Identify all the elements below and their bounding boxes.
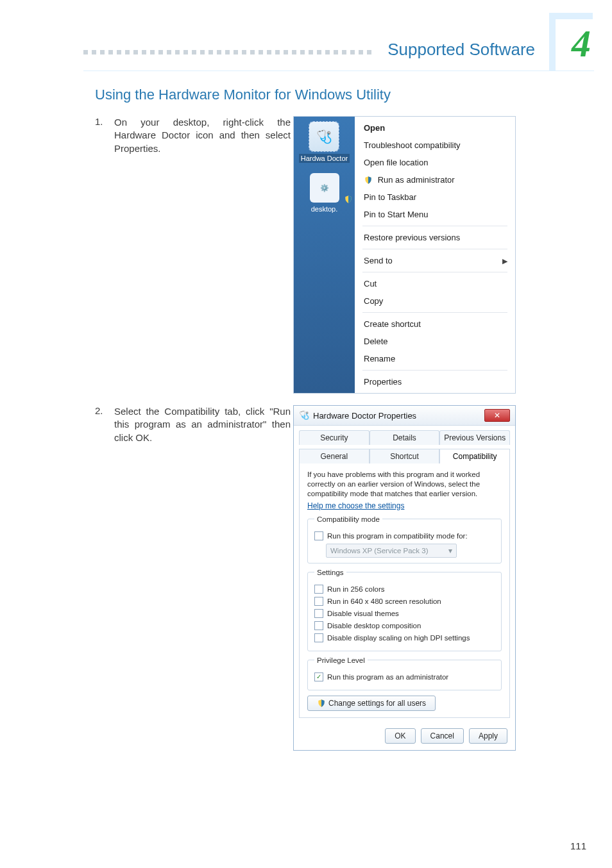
dialog-buttons: OK Cancel Apply [294,723,515,750]
section-heading: Using the Hardware Monitor for Windows U… [95,87,594,103]
chk-256-colors-label: Run in 256 colors [327,585,385,593]
menu-rename[interactable]: Rename [355,350,515,367]
menu-create-shortcut[interactable]: Create shortcut [355,315,515,333]
context-menu-screenshot: 🩺 Hardwa Doctor ⚙️ desktop. Open Trou [293,116,516,394]
dialog-title: Hardware Doctor Properties [313,411,416,421]
ok-button-label: OK [395,731,405,740]
cancel-button-label: Cancel [430,731,454,740]
compat-mode-legend: Compatibility mode [314,515,382,523]
privilege-legend: Privilege Level [314,656,368,664]
menu-pin-start[interactable]: Pin to Start Menu [355,206,515,223]
chk-disable-composition-label: Disable desktop composition [327,622,421,630]
ok-button[interactable]: OK [385,728,415,744]
chk-disable-themes-label: Disable visual themes [327,610,399,617]
chk-disable-themes[interactable]: Disable visual themes [314,609,495,618]
close-button[interactable]: ✕ [484,409,510,422]
tab-security[interactable]: Security [299,430,370,445]
chk-256-colors[interactable]: Run in 256 colors [314,585,495,594]
change-settings-label: Change settings for all users [328,699,426,708]
tab-row-2: General Shortcut Compatibility [299,448,510,463]
chapter-badge: 4 [549,13,594,71]
menu-send-to[interactable]: Send to ▶ [355,252,515,269]
compatibility-panel: If you have problems with this program a… [299,463,510,718]
compat-mode-select: Windows XP (Service Pack 3) ▾ [326,544,457,558]
menu-pin-taskbar[interactable]: Pin to Taskbar [355,188,515,206]
tab-previous-versions[interactable]: Previous Versions [439,430,510,445]
tab-row-1: Security Details Previous Versions [299,430,510,444]
menu-copy[interactable]: Copy [355,292,515,310]
menu-cut[interactable]: Cut [355,275,515,292]
step-2-number: 2. [95,405,114,416]
step-2-text: Select the Compatibility tab, click "Run… [114,405,291,444]
tab-general[interactable]: General [299,449,370,463]
step-1-number: 1. [95,116,114,127]
compat-mode-select-value: Windows XP (Service Pack 3) [330,547,429,555]
menu-delete[interactable]: Delete [355,333,515,350]
cancel-button[interactable]: Cancel [421,728,464,744]
chk-640x480-label: Run in 640 x 480 screen resolution [327,597,441,605]
compat-mode-checkbox-label: Run this program in compatibility mode f… [327,532,468,540]
shield-icon [317,699,326,708]
chk-run-as-admin-label: Run this program as an administrator [327,673,448,681]
menu-restore-previous[interactable]: Restore previous versions [355,229,515,246]
step-1: 1. On your desktop, right-click the Hard… [95,116,594,394]
apply-button[interactable]: Apply [469,728,507,744]
settings-group: Settings Run in 256 colors Run in 640 x … [307,569,502,651]
hardware-doctor-icon[interactable]: 🩺 [309,122,339,151]
settings-legend: Settings [314,569,346,576]
shield-icon [364,176,373,185]
step-1-text: On your desktop, right-click the Hardwar… [114,116,291,155]
compat-mode-checkbox[interactable]: Run this program in compatibility mode f… [314,531,495,540]
header: Supported Software 4 [0,0,612,71]
menu-run-as-admin-label: Run as administrator [378,175,455,185]
menu-run-as-admin[interactable]: Run as administrator [355,171,515,188]
menu-open-file-location[interactable]: Open file location [355,154,515,171]
page-title: Supported Software [387,40,535,60]
chk-disable-dpi-scaling[interactable]: Disable display scaling on high DPI sett… [314,633,495,642]
chapter-number: 4 [572,22,591,66]
decorative-dots [83,50,371,54]
desktop-icons-column: 🩺 Hardwa Doctor ⚙️ desktop. [294,117,355,393]
dialog-titlebar[interactable]: 🩺 Hardware Doctor Properties ✕ [294,406,515,426]
chk-disable-dpi-scaling-label: Disable display scaling on high DPI sett… [327,634,470,642]
tab-compatibility[interactable]: Compatibility [439,449,510,463]
chk-640x480[interactable]: Run in 640 x 480 screen resolution [314,597,495,606]
context-menu: Open Troubleshoot compatibility Open fil… [355,117,515,393]
page-number: 111 [570,840,586,851]
shield-overlay-icon [344,195,353,204]
menu-properties[interactable]: Properties [355,373,515,390]
desktop-ini-label: desktop. [311,205,338,213]
menu-troubleshoot[interactable]: Troubleshoot compatibility [355,137,515,154]
help-link[interactable]: Help me choose the settings [307,501,502,510]
menu-open[interactable]: Open [355,119,515,137]
privilege-group: Privilege Level Run this program as an a… [307,656,502,690]
apply-button-label: Apply [479,731,498,740]
chevron-down-icon: ▾ [448,546,452,555]
submenu-arrow-icon: ▶ [502,256,507,265]
tab-shortcut[interactable]: Shortcut [370,449,440,463]
tab-details[interactable]: Details [370,430,440,445]
properties-dialog: 🩺 Hardware Doctor Properties ✕ Security … [293,405,516,751]
menu-send-to-label: Send to [364,256,393,265]
compatibility-mode-group: Compatibility mode Run this program in c… [307,515,502,563]
chk-run-as-admin[interactable]: Run this program as an administrator [314,672,495,681]
change-settings-all-users-button[interactable]: Change settings for all users [307,696,436,711]
dialog-icon: 🩺 [299,410,309,421]
hardware-doctor-label: Hardwa Doctor [299,154,350,163]
chk-disable-composition[interactable]: Disable desktop composition [314,621,495,630]
desktop-ini-icon[interactable]: ⚙️ [310,173,339,203]
compat-description: If you have problems with this program a… [307,470,502,499]
step-2: 2. Select the Compatibility tab, click "… [95,405,594,751]
